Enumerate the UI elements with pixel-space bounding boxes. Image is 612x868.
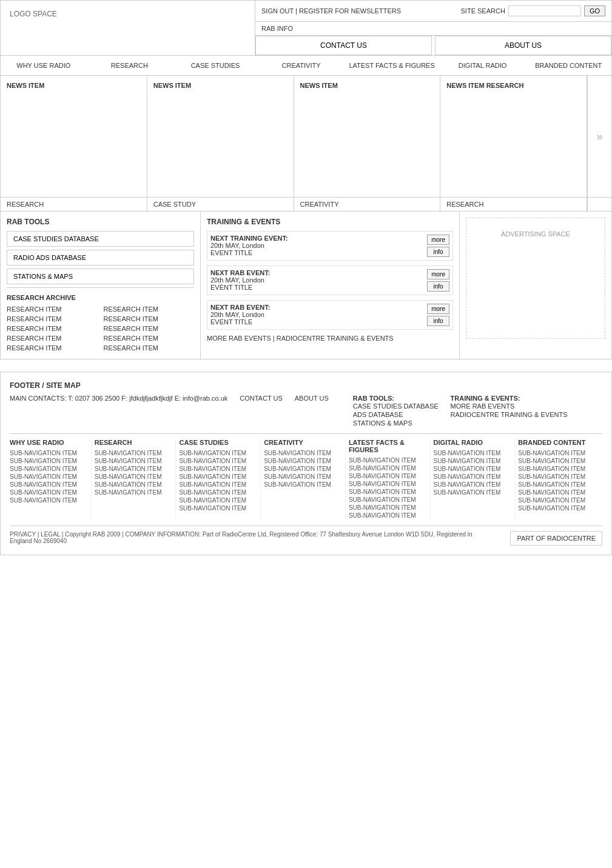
info-button-3[interactable]: info — [427, 316, 449, 326]
research-item-2-2[interactable]: RESEARCH ITEM — [104, 314, 195, 324]
footer-rab-stations[interactable]: STATIONS & MAPS — [353, 419, 439, 427]
footer-sub-5-6[interactable]: SUB-NAVIGATION ITEM — [349, 496, 427, 504]
rab-tools-title: RAB TOOLS — [7, 218, 194, 226]
footer-sub-3-2[interactable]: SUB-NAVIGATION ITEM — [179, 457, 257, 465]
footer-sub-3-7[interactable]: SUB-NAVIGATION ITEM — [179, 496, 257, 504]
nav-latest-facts[interactable]: LATEST FACTS & FIGURES — [344, 56, 439, 75]
go-button[interactable]: GO — [584, 5, 605, 16]
footer-sub-3-8[interactable]: SUB-NAVIGATION ITEM — [179, 504, 257, 512]
nav-research[interactable]: RESEARCH — [87, 56, 173, 75]
footer-sub-7-5[interactable]: SUB-NAVIGATION ITEM — [518, 481, 596, 489]
research-item-1-4[interactable]: RESEARCH ITEM — [7, 333, 98, 343]
footer-sub-5-3[interactable]: SUB-NAVIGATION ITEM — [349, 472, 427, 480]
nav-digital-radio[interactable]: DIGITAL RADIO — [440, 56, 526, 75]
sign-out-link[interactable]: SIGN OUT | REGISTER FOR NEWSLETTERS — [261, 7, 455, 15]
footer-nav-col-5: LATEST FACTS & FIGURES SUB-NAVIGATION IT… — [349, 439, 431, 519]
footer-sub-2-6[interactable]: SUB-NAVIGATION ITEM — [95, 489, 173, 496]
footer-sub-1-1[interactable]: SUB-NAVIGATION ITEM — [10, 449, 88, 457]
news-category-3: CREATIVITY — [300, 201, 339, 208]
more-events-link[interactable]: MORE RAB EVENTS | RADIOCENTRE TRAINING &… — [207, 335, 453, 342]
footer-sub-2-4[interactable]: SUB-NAVIGATION ITEM — [95, 473, 173, 481]
nav-why-use-radio[interactable]: WHY USE RADIO — [1, 56, 87, 75]
footer-sub-2-3[interactable]: SUB-NAVIGATION ITEM — [95, 465, 173, 473]
footer-sub-2-5[interactable]: SUB-NAVIGATION ITEM — [95, 481, 173, 489]
footer-sub-1-5[interactable]: SUB-NAVIGATION ITEM — [10, 481, 88, 489]
footer-sub-5-2[interactable]: SUB-NAVIGATION ITEM — [349, 464, 427, 472]
footer-sub-7-2[interactable]: SUB-NAVIGATION ITEM — [518, 457, 596, 465]
footer-sub-1-4[interactable]: SUB-NAVIGATION ITEM — [10, 473, 88, 481]
footer-sub-3-5[interactable]: SUB-NAVIGATION ITEM — [179, 481, 257, 489]
research-item-1-2[interactable]: RESEARCH ITEM — [7, 314, 98, 324]
footer-sub-4-2[interactable]: SUB-NAVIGATION ITEM — [264, 457, 342, 465]
footer-sub-7-7[interactable]: SUB-NAVIGATION ITEM — [518, 496, 596, 504]
footer-sub-6-6[interactable]: SUB-NAVIGATION ITEM — [434, 489, 512, 496]
nav-case-studies[interactable]: CASE STUDIES — [172, 56, 258, 75]
footer-sub-2-2[interactable]: SUB-NAVIGATION ITEM — [95, 457, 173, 465]
site-search-wrap: SITE SEARCH GO — [461, 5, 605, 16]
footer-sub-6-3[interactable]: SUB-NAVIGATION ITEM — [434, 465, 512, 473]
footer-more-rab-events[interactable]: MORE RAB EVENTS — [451, 402, 568, 410]
footer-sub-7-6[interactable]: SUB-NAVIGATION ITEM — [518, 489, 596, 496]
footer-sub-4-5[interactable]: SUB-NAVIGATION ITEM — [264, 481, 342, 489]
footer-sub-6-1[interactable]: SUB-NAVIGATION ITEM — [434, 449, 512, 457]
footer-sub-5-4[interactable]: SUB-NAVIGATION ITEM — [349, 480, 427, 488]
footer-rab-ads-db[interactable]: ADS DATABASE — [353, 410, 439, 419]
research-item-1-5[interactable]: RESEARCH ITEM — [7, 343, 98, 353]
stations-maps-button[interactable]: STATIONS & MAPS — [7, 269, 194, 284]
footer-sub-6-2[interactable]: SUB-NAVIGATION ITEM — [434, 457, 512, 465]
carousel-next-arrow[interactable]: » — [587, 76, 611, 197]
footer-sub-5-8[interactable]: SUB-NAVIGATION ITEM — [349, 512, 427, 519]
research-item-1-1[interactable]: RESEARCH ITEM — [7, 304, 98, 314]
footer-sub-4-1[interactable]: SUB-NAVIGATION ITEM — [264, 449, 342, 457]
news-item-3-label: NEWS ITEM — [300, 82, 434, 89]
more-button-1[interactable]: more — [427, 235, 449, 245]
news-item-4-label: NEWS ITEM RESEARCH — [446, 82, 523, 89]
footer-sub-1-2[interactable]: SUB-NAVIGATION ITEM — [10, 457, 88, 465]
footer-sub-5-7[interactable]: SUB-NAVIGATION ITEM — [349, 504, 427, 512]
research-item-1-3[interactable]: RESEARCH ITEM — [7, 324, 98, 333]
footer-about-us-link[interactable]: ABOUT US — [295, 395, 329, 402]
footer-sub-3-6[interactable]: SUB-NAVIGATION ITEM — [179, 489, 257, 496]
footer-legal: PRIVACY | LEGAL | Copyright RAB 2009 | C… — [10, 531, 495, 544]
footer-sub-7-3[interactable]: SUB-NAVIGATION ITEM — [518, 465, 596, 473]
footer-sub-1-7[interactable]: SUB-NAVIGATION ITEM — [10, 496, 88, 504]
footer-sub-7-8[interactable]: SUB-NAVIGATION ITEM — [518, 504, 596, 512]
footer-radiocentre-training[interactable]: RADIOCENTRE TRAINING & EVENTS — [451, 410, 568, 419]
footer-sub-4-4[interactable]: SUB-NAVIGATION ITEM — [264, 473, 342, 481]
research-item-2-4[interactable]: RESEARCH ITEM — [104, 333, 195, 343]
research-item-2-5[interactable]: RESEARCH ITEM — [104, 343, 195, 353]
logo-space: LOGO SPACE — [1, 1, 255, 55]
footer-contact-us-link[interactable]: CONTACT US — [240, 395, 283, 402]
footer-sub-4-3[interactable]: SUB-NAVIGATION ITEM — [264, 465, 342, 473]
footer-sub-3-1[interactable]: SUB-NAVIGATION ITEM — [179, 449, 257, 457]
radio-ads-db-button[interactable]: RADIO ADS DATABASE — [7, 250, 194, 265]
contact-us-button[interactable]: CONTACT US — [255, 36, 432, 55]
footer-sub-5-5[interactable]: SUB-NAVIGATION ITEM — [349, 488, 427, 496]
info-button-1[interactable]: info — [427, 247, 449, 257]
more-button-3[interactable]: more — [427, 304, 449, 314]
nav-branded-content[interactable]: BRANDED CONTENT — [525, 56, 611, 75]
footer-sub-6-4[interactable]: SUB-NAVIGATION ITEM — [434, 473, 512, 481]
footer-title: FOOTER / SITE MAP — [10, 381, 602, 390]
search-input[interactable] — [508, 5, 581, 16]
footer-sub-7-4[interactable]: SUB-NAVIGATION ITEM — [518, 473, 596, 481]
footer-sub-2-1[interactable]: SUB-NAVIGATION ITEM — [95, 449, 173, 457]
info-button-2[interactable]: info — [427, 281, 449, 292]
news-category-1: RESEARCH — [7, 201, 44, 208]
footer-sub-3-3[interactable]: SUB-NAVIGATION ITEM — [179, 465, 257, 473]
footer-rab-case-studies[interactable]: CASE STUDIES DATABASE — [353, 402, 439, 410]
footer-sub-6-5[interactable]: SUB-NAVIGATION ITEM — [434, 481, 512, 489]
footer-sub-3-4[interactable]: SUB-NAVIGATION ITEM — [179, 473, 257, 481]
case-studies-db-button[interactable]: CASE STUDIES DATABASE — [7, 231, 194, 247]
research-item-2-3[interactable]: RESEARCH ITEM — [104, 324, 195, 333]
footer-sub-1-3[interactable]: SUB-NAVIGATION ITEM — [10, 465, 88, 473]
research-item-2-1[interactable]: RESEARCH ITEM — [104, 304, 195, 314]
nav-creativity[interactable]: CREATIVITY — [258, 56, 345, 75]
footer-sub-1-6[interactable]: SUB-NAVIGATION ITEM — [10, 489, 88, 496]
research-archive-title: RESEARCH ARCHIVE — [7, 294, 194, 301]
event-info-2: NEXT RAB EVENT: 20th MAY, London EVENT T… — [210, 269, 270, 291]
more-button-2[interactable]: more — [427, 269, 449, 279]
footer-sub-5-1[interactable]: SUB-NAVIGATION ITEM — [349, 456, 427, 464]
about-us-button[interactable]: ABOUT US — [435, 36, 611, 55]
footer-sub-7-1[interactable]: SUB-NAVIGATION ITEM — [518, 449, 596, 457]
